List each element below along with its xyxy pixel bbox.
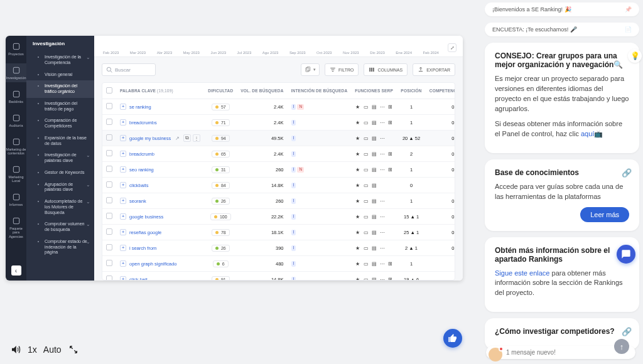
- player-speed[interactable]: 1x: [28, 345, 37, 355]
- col-competition[interactable]: COMPETENCIA: [426, 83, 455, 99]
- sidebar-item[interactable]: •Investigación del tráfico orgánico: [26, 80, 94, 98]
- row-checkbox[interactable]: [106, 150, 112, 156]
- row-checkbox[interactable]: [106, 213, 112, 219]
- chat-fab[interactable]: [617, 245, 635, 264]
- rail-item-informes[interactable]: Informes: [6, 190, 26, 209]
- row-checkbox[interactable]: [106, 244, 112, 250]
- rail-item-backlinks[interactable]: Backlinks: [6, 87, 26, 106]
- expand-icon[interactable]: +: [120, 276, 126, 281]
- kb-cta-button[interactable]: Leer más: [580, 207, 629, 222]
- sidebar-item[interactable]: •Comparación de Competidores: [26, 115, 94, 132]
- sidebar-item[interactable]: •Agrupación de palabras clave: [26, 179, 94, 196]
- sidebar-item[interactable]: •Autocompletado de los Motores de Búsque…: [26, 196, 94, 218]
- sidebar-item[interactable]: •Gestor de Keywords: [26, 167, 94, 179]
- copy-button[interactable]: ▾: [301, 63, 320, 76]
- keyword-link[interactable]: +i search from: [120, 245, 156, 251]
- row-checkbox[interactable]: [106, 103, 112, 109]
- table-row[interactable]: +click bait9114.8KI★▭▤⋯⊞19 ▲ 60: [102, 272, 455, 281]
- volume-icon[interactable]: [10, 344, 21, 355]
- keyword-link[interactable]: +clickbaits: [120, 182, 148, 188]
- row-checkbox[interactable]: [106, 181, 112, 188]
- expand-icon[interactable]: +: [120, 135, 126, 141]
- chat-toast[interactable]: 1 mensaje nuevo! ↑: [486, 346, 635, 359]
- link-icon[interactable]: 🔗: [622, 327, 632, 336]
- sidebar-item[interactable]: •Comprobar volumen de búsqueda: [26, 218, 94, 236]
- table-row[interactable]: +breadcrumbs712.4KI★▭▤⋯⊞10.13€0.0: [102, 115, 455, 131]
- search-input[interactable]: Buscar: [102, 63, 156, 76]
- row-checkbox[interactable]: [106, 197, 112, 203]
- row-checkbox[interactable]: [106, 260, 112, 266]
- col-intent[interactable]: INTENCIÓN DE BÚSQUEDA: [288, 83, 352, 99]
- expand-icon[interactable]: +: [120, 198, 126, 204]
- table-row[interactable]: +seo ranking31260I N★▭▤⋯⊞10.28€0.7: [102, 162, 455, 178]
- rail-item-auditoria[interactable]: Auditoría: [6, 111, 26, 130]
- fullscreen-icon[interactable]: [68, 344, 79, 355]
- keyword-link[interactable]: +seorank: [120, 198, 146, 204]
- col-position[interactable]: POSICIÓN: [397, 83, 425, 99]
- table-row[interactable]: +open graph significado6480I★▭▤⋯⊞10: [102, 256, 455, 272]
- table-row[interactable]: +clickbaits8414.8KI★▭▤00: [102, 178, 455, 193]
- link-icon[interactable]: 🔗: [622, 168, 632, 178]
- export-button[interactable]: EXPORTAR: [413, 63, 455, 76]
- col-serp[interactable]: FUNCIONES SERP: [351, 83, 397, 99]
- sidebar-item[interactable]: •Comprobar estado de indexación de la pá…: [26, 236, 94, 259]
- notice-welcome[interactable]: ¡Bienvenidos a SE Ranking! 🎉 📌: [485, 3, 639, 16]
- filter-button[interactable]: FILTRO: [325, 63, 359, 76]
- keyword-link[interactable]: +open graph significado: [120, 260, 176, 267]
- sidebar-item[interactable]: •Investigación de la Competencia: [26, 51, 94, 69]
- expand-icon[interactable]: +: [120, 229, 126, 235]
- row-checkbox[interactable]: [106, 134, 112, 141]
- expand-chart-button[interactable]: ⤢: [448, 43, 457, 52]
- col-difficulty[interactable]: DIFICULTAD: [204, 83, 237, 99]
- row-menu-icon[interactable]: ⋮: [193, 134, 200, 142]
- col-keyword[interactable]: PALABRA CLAVE (19,109): [116, 83, 204, 99]
- scroll-top-button[interactable]: ↑: [614, 339, 629, 354]
- player-mode[interactable]: Auto: [43, 345, 62, 355]
- keyword-link[interactable]: +se ranking: [120, 104, 151, 110]
- table-row[interactable]: +google my business ↗⧉⋮9449.5KI★▭▤⋯20 ▲ …: [102, 131, 455, 146]
- keyword-link[interactable]: +click bait: [120, 276, 148, 281]
- keyword-link[interactable]: +google my business ↗: [120, 135, 180, 141]
- notice-survey[interactable]: ENCUESTA: ¡Te escuchamos! 🎤 📄: [485, 23, 639, 36]
- sidebar-item[interactable]: •Investigación del tráfico de pago: [26, 98, 94, 115]
- expand-icon[interactable]: +: [120, 260, 126, 267]
- keyword-link[interactable]: +breadcrumb: [120, 151, 154, 157]
- expand-icon[interactable]: +: [120, 119, 126, 126]
- expand-icon[interactable]: +: [120, 213, 126, 220]
- table-row[interactable]: +se ranking572.4KI N★▭▤⋯⊞10.16€0.0: [102, 99, 455, 115]
- select-all-checkbox[interactable]: [106, 87, 112, 94]
- tip-link[interactable]: aquí: [581, 130, 594, 137]
- rail-item-marketing-contenidos[interactable]: Marketing de contenidos: [6, 135, 26, 158]
- table-row[interactable]: +google business10022.2KI★▭▤⋯15 ▲ 10.02€…: [102, 209, 455, 225]
- columns-button[interactable]: COLUMNAS: [364, 63, 408, 76]
- table-row[interactable]: +reseñas google7818.1KI★▭▤⋯25 ▲ 10.02€0.…: [102, 225, 455, 240]
- table-row[interactable]: +breadcrumb652.4KI★▭▤⋯⊞20.13€0.0: [102, 146, 455, 162]
- row-checkbox[interactable]: [106, 228, 112, 235]
- row-checkbox[interactable]: [106, 166, 112, 172]
- expand-icon[interactable]: +: [120, 151, 126, 157]
- table-row[interactable]: +seorank26260I★▭▤⋯10.28€0.0: [102, 193, 455, 209]
- rail-item-marketing-local[interactable]: Marketing Local: [6, 163, 26, 185]
- expand-icon[interactable]: +: [120, 182, 126, 188]
- row-checkbox[interactable]: [106, 276, 112, 281]
- expand-icon[interactable]: +: [120, 104, 126, 110]
- table-row[interactable]: +i search from26390I★▭▤⋯2 ▲ 10.01€1.3: [102, 240, 455, 256]
- keyword-link[interactable]: +google business: [120, 213, 163, 220]
- keyword-link[interactable]: +breadcrumbs: [120, 119, 157, 126]
- rail-item-proyectos[interactable]: Proyectos: [6, 40, 26, 58]
- keyword-link[interactable]: +seo ranking: [120, 166, 154, 173]
- expand-icon[interactable]: +: [120, 245, 126, 251]
- col-volume[interactable]: VOL. DE BÚSQUEDA: [237, 83, 287, 99]
- rail-collapse-button[interactable]: ‹: [11, 265, 21, 276]
- row-checkbox[interactable]: [106, 119, 112, 125]
- sidebar-item[interactable]: •Visión general: [26, 69, 94, 81]
- keyword-link[interactable]: +reseñas google: [120, 229, 161, 235]
- expand-icon[interactable]: +: [120, 166, 126, 173]
- thumbs-up-fab[interactable]: [443, 329, 462, 348]
- row-copy-icon[interactable]: ⧉: [183, 134, 191, 142]
- rail-item-paquete-agencias[interactable]: Paquete para Agencias: [6, 214, 26, 240]
- sidebar-item[interactable]: •Expansión de la base de datos: [26, 132, 94, 150]
- rail-item-investigacion[interactable]: Investigación: [6, 63, 26, 82]
- sidebar-item[interactable]: •Investigación de palabras clave: [26, 149, 94, 167]
- rankings-link[interactable]: Sigue este enlace: [495, 269, 549, 277]
